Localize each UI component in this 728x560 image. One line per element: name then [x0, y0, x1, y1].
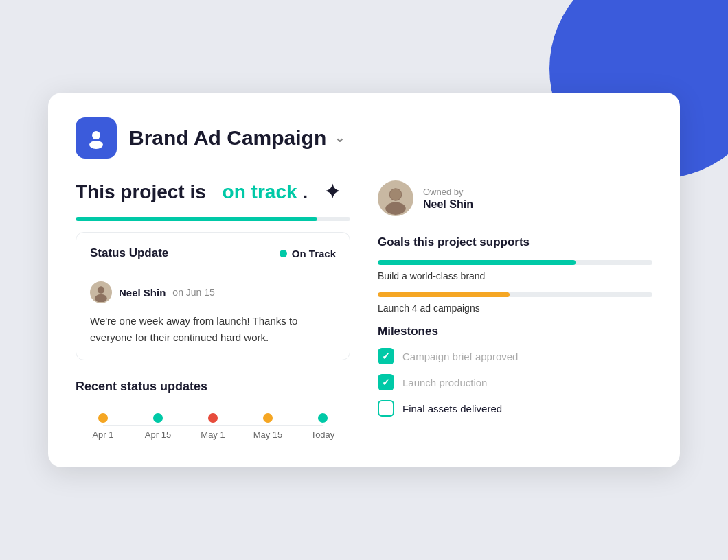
status-badge: On Track	[280, 248, 336, 259]
svg-point-5	[385, 202, 406, 215]
right-column: Owned by Neel Shin Goals this project su…	[378, 180, 652, 440]
left-column: This project is on track. ✦ Status Updat…	[76, 180, 350, 440]
goal-progress-fill-2	[378, 292, 510, 297]
milestone-label-2: Launch production	[402, 377, 487, 388]
headline-suffix: .	[303, 181, 308, 203]
goal-progress-bar-2	[378, 292, 652, 297]
timeline-item: May 15	[240, 413, 295, 440]
headline-prefix: This project is	[76, 181, 206, 203]
timeline-label: Apr 1	[92, 430, 113, 440]
timeline-label: Today	[311, 430, 335, 440]
svg-point-3	[95, 294, 107, 302]
goals-title: Goals this project supports	[378, 235, 652, 249]
main-content: This project is on track. ✦ Status Updat…	[76, 180, 652, 440]
timeline-dot	[263, 413, 273, 423]
main-card: Brand Ad Campaign ⌄ This project is on t…	[48, 93, 680, 467]
timeline: Apr 1 Apr 15 May 1 M	[76, 406, 350, 440]
app-icon	[76, 117, 117, 159]
milestone-item-3: Final assets delivered	[378, 400, 652, 417]
milestones-title: Milestones	[378, 325, 652, 338]
owner-name: Neel Shin	[423, 198, 473, 211]
owned-by-label: Owned by	[423, 187, 473, 197]
timeline-label: May 15	[253, 430, 283, 440]
svg-point-2	[98, 286, 105, 294]
goals-section: Goals this project supports Build a worl…	[378, 235, 652, 314]
update-author-row: Neel Shin on Jun 15	[90, 281, 336, 303]
checkmark-icon-2: ✓	[382, 377, 390, 388]
author-date: on Jun 15	[172, 287, 215, 298]
owner-info: Owned by Neel Shin	[423, 187, 473, 211]
card-header: Brand Ad Campaign ⌄	[76, 117, 652, 159]
milestone-label-3: Final assets delivered	[402, 403, 502, 415]
dropdown-chevron-icon[interactable]: ⌄	[334, 130, 345, 145]
timeline-dot	[318, 413, 328, 423]
timeline-dot	[153, 413, 163, 423]
milestone-item-2: ✓ Launch production	[378, 374, 652, 390]
svg-point-1	[89, 141, 103, 149]
recent-updates-section: Recent status updates Apr 1 Apr 15	[76, 380, 350, 440]
headline-status: on track	[223, 181, 297, 203]
milestone-check-1: ✓	[378, 348, 394, 364]
milestone-check-3	[378, 400, 394, 417]
goal-progress-bar-1	[378, 260, 652, 265]
timeline-dot	[208, 413, 218, 423]
milestone-item-1: ✓ Campaign brief approved	[378, 348, 652, 364]
main-progress-bar	[76, 217, 350, 221]
status-headline: This project is on track. ✦	[76, 180, 350, 203]
status-update-header: Status Update On Track	[90, 246, 336, 270]
sparkle-icon: ✦	[324, 180, 340, 203]
owner-avatar	[378, 180, 413, 216]
owner-row: Owned by Neel Shin	[378, 180, 652, 216]
timeline-item: May 1	[185, 413, 240, 440]
svg-point-6	[390, 189, 402, 200]
update-message: We're one week away from launch! Thanks …	[90, 313, 336, 346]
timeline-item: Apr 15	[130, 413, 185, 440]
milestone-label-1: Campaign brief approved	[402, 351, 518, 362]
goal-progress-fill-1	[378, 260, 576, 265]
goal-label-2: Launch 4 ad campaigns	[378, 303, 652, 314]
author-name: Neel Shin	[119, 287, 166, 299]
svg-point-0	[92, 131, 100, 139]
milestone-check-2: ✓	[378, 374, 394, 390]
status-badge-label: On Track	[292, 248, 336, 259]
checkmark-icon-1: ✓	[382, 351, 390, 362]
timeline-item: Apr 1	[76, 413, 130, 440]
status-update-title: Status Update	[90, 246, 168, 260]
timeline-dot	[98, 413, 108, 423]
goal-item-1: Build a world-class brand	[378, 260, 652, 281]
timeline-item: Today	[295, 413, 350, 440]
goal-label-1: Build a world-class brand	[378, 270, 652, 281]
milestones-section: Milestones ✓ Campaign brief approved ✓ L…	[378, 325, 652, 417]
author-avatar	[90, 281, 112, 303]
status-dot	[280, 250, 287, 257]
timeline-label: May 1	[201, 430, 225, 440]
main-progress-fill	[76, 217, 317, 221]
recent-updates-title: Recent status updates	[76, 380, 350, 394]
goal-item-2: Launch 4 ad campaigns	[378, 292, 652, 314]
project-title-text: Brand Ad Campaign	[129, 126, 326, 150]
timeline-label: Apr 15	[145, 430, 171, 440]
project-title: Brand Ad Campaign ⌄	[129, 126, 345, 150]
status-update-card: Status Update On Track Neel Shin on J	[76, 232, 350, 360]
